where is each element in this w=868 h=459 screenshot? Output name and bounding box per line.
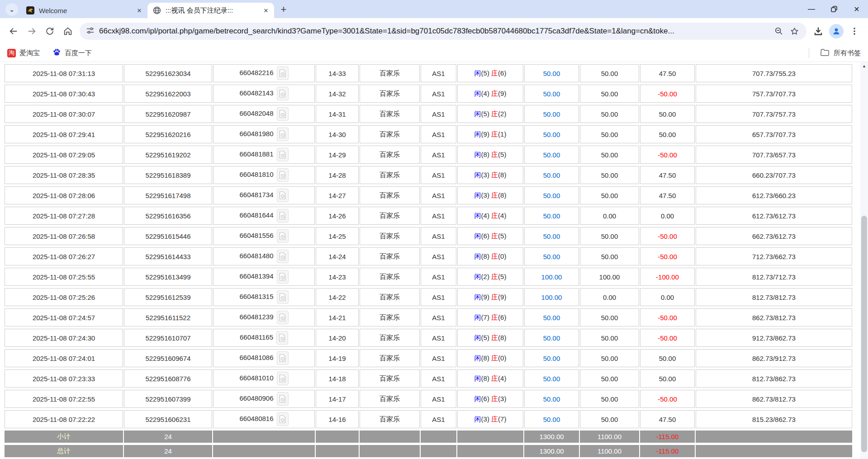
- scrollbar-thumb[interactable]: [861, 216, 867, 452]
- forward-icon[interactable]: [23, 22, 41, 40]
- bet-id: 522951622003: [124, 85, 212, 103]
- win-loss: -50.00: [640, 308, 695, 327]
- vertical-scrollbar[interactable]: ▲: [860, 62, 868, 459]
- balance-before-after: 862.73/812.73: [696, 390, 852, 408]
- video-replay-icon[interactable]: [276, 331, 288, 345]
- bet-amount-link[interactable]: 50.00: [524, 64, 579, 82]
- bet-content: 闲(4) 庄(9): [457, 85, 523, 103]
- valid-amount: 50.00: [580, 85, 639, 103]
- tab-welcome[interactable]: Welcome ✕: [21, 3, 147, 18]
- reload-icon[interactable]: [41, 22, 59, 40]
- bet-time: 2025-11-08 07:25:26: [5, 288, 123, 306]
- video-replay-icon[interactable]: [277, 250, 289, 263]
- video-replay-icon[interactable]: [277, 412, 289, 426]
- url-text[interactable]: 66cxkj98.com/ipl/portal.php/game/betreco…: [99, 27, 771, 36]
- video-replay-icon[interactable]: [277, 209, 289, 222]
- table-row: 2025-11-08 07:22:55 522951607399 6604809…: [5, 390, 852, 408]
- table-code: AS1: [421, 349, 456, 367]
- video-replay-icon[interactable]: [277, 351, 289, 365]
- game-round-cell: 660481881: [213, 146, 315, 164]
- new-tab-button[interactable]: +: [277, 3, 290, 16]
- valid-amount: 50.00: [580, 186, 639, 204]
- video-replay-icon[interactable]: [277, 229, 289, 243]
- address-bar[interactable]: 66cxkj98.com/ipl/portal.php/game/betreco…: [80, 23, 806, 40]
- bet-amount-link[interactable]: 100.00: [524, 288, 579, 306]
- balance-before-after: 812.73/712.73: [696, 268, 852, 286]
- bet-amount-link[interactable]: 50.00: [524, 390, 579, 408]
- table-code: AS1: [421, 125, 456, 143]
- balance-before-after: 612.73/660.23: [696, 186, 852, 204]
- game-name: 百家乐: [360, 329, 420, 347]
- bet-amount-link[interactable]: 50.00: [524, 349, 579, 367]
- restore-button[interactable]: [823, 0, 845, 18]
- video-replay-icon[interactable]: [277, 270, 289, 284]
- balance-before-after: 707.73/755.23: [696, 64, 852, 82]
- video-replay-icon[interactable]: [277, 128, 289, 141]
- video-replay-icon[interactable]: [277, 392, 289, 406]
- all-bookmarks[interactable]: 所有书签: [809, 48, 861, 58]
- bet-amount-link[interactable]: 50.00: [524, 146, 579, 164]
- bet-amount-link[interactable]: 50.00: [524, 85, 579, 103]
- home-icon[interactable]: [59, 22, 77, 40]
- close-window-button[interactable]: ✕: [845, 0, 868, 18]
- game-round-id: 660481394: [239, 272, 273, 280]
- bet-amount-link[interactable]: 50.00: [524, 186, 579, 204]
- video-replay-icon[interactable]: [277, 290, 289, 304]
- profile-avatar-icon[interactable]: [827, 22, 845, 40]
- bet-amount-link[interactable]: 50.00: [524, 227, 579, 245]
- table-code: AS1: [421, 308, 456, 327]
- video-replay-icon[interactable]: [277, 107, 289, 121]
- bet-amount-link[interactable]: 50.00: [524, 308, 579, 327]
- bookmark-baidu[interactable]: 百度一下: [52, 48, 92, 58]
- back-icon[interactable]: [5, 22, 23, 40]
- video-replay-icon[interactable]: [277, 311, 289, 324]
- bet-content: 闲(3) 庄(7): [457, 410, 523, 428]
- site-settings-icon[interactable]: [86, 26, 95, 37]
- tab-close-icon[interactable]: ✕: [135, 6, 144, 15]
- game-name: 百家乐: [360, 207, 420, 225]
- bookmark-taobao[interactable]: 淘 爱淘宝: [7, 49, 40, 57]
- globe-favicon-icon: [153, 6, 161, 14]
- tab-close-icon[interactable]: ✕: [261, 6, 270, 15]
- round-number: 14-18: [316, 369, 359, 388]
- bet-amount-link[interactable]: 50.00: [524, 105, 579, 123]
- bet-time: 2025-11-08 07:24:30: [5, 329, 123, 347]
- bookmark-star-icon[interactable]: [787, 24, 802, 39]
- bet-amount-link[interactable]: 50.00: [524, 207, 579, 225]
- bet-amount-link[interactable]: 50.00: [524, 410, 579, 428]
- bet-amount-link[interactable]: 50.00: [524, 329, 579, 347]
- tab-search-chevron-icon[interactable]: ⌄: [5, 3, 18, 16]
- zoom-indicator-icon[interactable]: [771, 24, 787, 39]
- subtotal-row: 小计 24 1300.00 1100.00 -115.00: [5, 431, 852, 443]
- game-name: 百家乐: [360, 146, 420, 164]
- video-replay-icon[interactable]: [277, 372, 289, 385]
- video-replay-icon[interactable]: [277, 87, 289, 100]
- bet-id: 522951606231: [124, 410, 212, 428]
- video-replay-icon[interactable]: [277, 168, 289, 182]
- table-code: AS1: [421, 390, 456, 408]
- round-number: 14-23: [316, 268, 359, 286]
- bet-amount-link[interactable]: 50.00: [524, 247, 579, 265]
- bet-amount-link[interactable]: 50.00: [524, 166, 579, 184]
- video-replay-icon[interactable]: [277, 148, 289, 161]
- minimize-button[interactable]: —: [800, 0, 823, 18]
- video-replay-icon[interactable]: [277, 189, 289, 202]
- bet-id: 522951618389: [124, 166, 212, 184]
- win-loss: 50.00: [640, 369, 695, 388]
- win-loss: -50.00: [640, 146, 695, 164]
- bet-amount-link[interactable]: 100.00: [524, 268, 579, 286]
- bet-amount-link[interactable]: 50.00: [524, 369, 579, 388]
- win-loss: 47.50: [640, 186, 695, 204]
- win-loss: -50.00: [640, 329, 695, 347]
- bet-time: 2025-11-08 07:30:07: [5, 105, 123, 123]
- download-icon[interactable]: [809, 22, 827, 40]
- bet-amount-link[interactable]: 50.00: [524, 125, 579, 143]
- table-code: AS1: [421, 288, 456, 306]
- bet-content: 闲(8) 庄(5): [457, 146, 523, 164]
- bet-content: 闲(8) 庄(4): [457, 369, 523, 388]
- table-code: AS1: [421, 64, 456, 82]
- video-replay-icon[interactable]: [277, 66, 289, 80]
- scroll-up-arrow-icon[interactable]: ▲: [860, 62, 868, 70]
- tab-bet-record[interactable]: :::视讯 会员下注纪录::: ✕: [147, 3, 274, 18]
- menu-kebab-icon[interactable]: [845, 22, 863, 40]
